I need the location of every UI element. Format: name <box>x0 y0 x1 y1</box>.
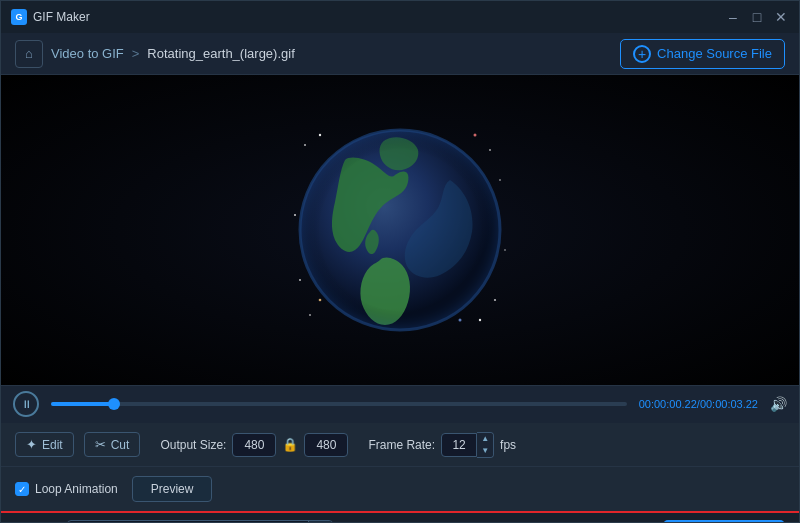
app-icon: G <box>11 9 27 25</box>
svg-point-2 <box>300 130 500 330</box>
breadcrumb-separator: > <box>132 46 140 61</box>
close-button[interactable]: ✕ <box>773 9 789 25</box>
video-area <box>1 75 799 385</box>
time-display: 00:00:00.22/00:00:03.22 <box>639 398 758 410</box>
generate-gif-button[interactable]: Generate GIF <box>663 520 785 524</box>
frame-rate-label: Frame Rate: <box>368 438 435 452</box>
change-source-label: Change Source File <box>657 46 772 61</box>
loop-bar: ✓ Loop Animation Preview <box>1 467 799 511</box>
fps-down-button[interactable]: ▼ <box>477 445 493 457</box>
svg-point-8 <box>299 279 301 281</box>
tools-bar: ✦ Edit ✂ Cut Output Size: 🔒 Frame Rate: … <box>1 423 799 467</box>
fps-combo: 12 ▲ ▼ <box>441 432 494 458</box>
checkbox-icon: ✓ <box>15 482 29 496</box>
svg-point-5 <box>489 149 491 151</box>
cut-label: Cut <box>111 438 130 452</box>
frame-rate-section: Frame Rate: 12 ▲ ▼ fps <box>368 432 516 458</box>
svg-point-10 <box>479 319 481 321</box>
breadcrumb-video-to-gif[interactable]: Video to GIF <box>51 46 124 61</box>
volume-icon[interactable]: 🔊 <box>770 396 787 412</box>
controls-bar: ⏸ 00:00:00.22/00:00:03.22 🔊 <box>1 385 799 423</box>
title-bar-controls: – □ ✕ <box>725 9 789 25</box>
lock-icon[interactable]: 🔒 <box>282 437 298 452</box>
earth-preview <box>290 120 510 340</box>
loop-animation-checkbox[interactable]: ✓ Loop Animation <box>15 482 118 496</box>
maximize-button[interactable]: □ <box>749 9 765 25</box>
breadcrumb-current-file: Rotating_earth_(large).gif <box>147 46 294 61</box>
nav-bar: ⌂ Video to GIF > Rotating_earth_(large).… <box>1 33 799 75</box>
fps-up-button[interactable]: ▲ <box>477 433 493 445</box>
minimize-button[interactable]: – <box>725 9 741 25</box>
plus-circle-icon: + <box>633 45 651 63</box>
svg-point-4 <box>319 134 321 136</box>
fps-value: 12 <box>441 433 477 457</box>
loop-animation-label: Loop Animation <box>35 482 118 496</box>
svg-point-6 <box>499 179 501 181</box>
svg-point-3 <box>304 144 306 146</box>
time-total: 00:00:03.22 <box>700 398 758 410</box>
svg-point-14 <box>459 319 462 322</box>
output-width-input[interactable] <box>232 433 276 457</box>
preview-button[interactable]: Preview <box>132 476 213 502</box>
svg-point-7 <box>494 299 496 301</box>
edit-button[interactable]: ✦ Edit <box>15 432 74 457</box>
seek-fill <box>51 402 114 406</box>
home-icon: ⌂ <box>25 46 33 61</box>
seek-thumb <box>108 398 120 410</box>
svg-point-13 <box>474 134 477 137</box>
nav-left: ⌂ Video to GIF > Rotating_earth_(large).… <box>15 40 295 68</box>
title-bar-left: G GIF Maker <box>11 9 90 25</box>
play-pause-icon: ⏸ <box>21 398 32 410</box>
svg-point-11 <box>504 249 506 251</box>
scissors-icon: ✂ <box>95 437 106 452</box>
edit-icon: ✦ <box>26 437 37 452</box>
fps-arrows: ▲ ▼ <box>477 432 494 458</box>
bottom-bar: Save to: C:\Vidmore\Vidmore V... Convert… <box>1 511 799 523</box>
output-size-section: Output Size: 🔒 <box>160 433 348 457</box>
svg-point-15 <box>319 299 322 302</box>
generate-section: → Generate GIF <box>631 520 785 524</box>
title-bar: G GIF Maker – □ ✕ <box>1 1 799 33</box>
time-current: 00:00:00.22 <box>639 398 697 410</box>
app-title: GIF Maker <box>33 10 90 24</box>
cut-button[interactable]: ✂ Cut <box>84 432 141 457</box>
play-pause-button[interactable]: ⏸ <box>13 391 39 417</box>
change-source-button[interactable]: + Change Source File <box>620 39 785 69</box>
fps-unit-label: fps <box>500 438 516 452</box>
svg-point-12 <box>294 214 296 216</box>
svg-point-9 <box>309 314 311 316</box>
edit-label: Edit <box>42 438 63 452</box>
home-button[interactable]: ⌂ <box>15 40 43 68</box>
seek-bar[interactable] <box>51 402 627 406</box>
output-height-input[interactable] <box>304 433 348 457</box>
output-size-label: Output Size: <box>160 438 226 452</box>
